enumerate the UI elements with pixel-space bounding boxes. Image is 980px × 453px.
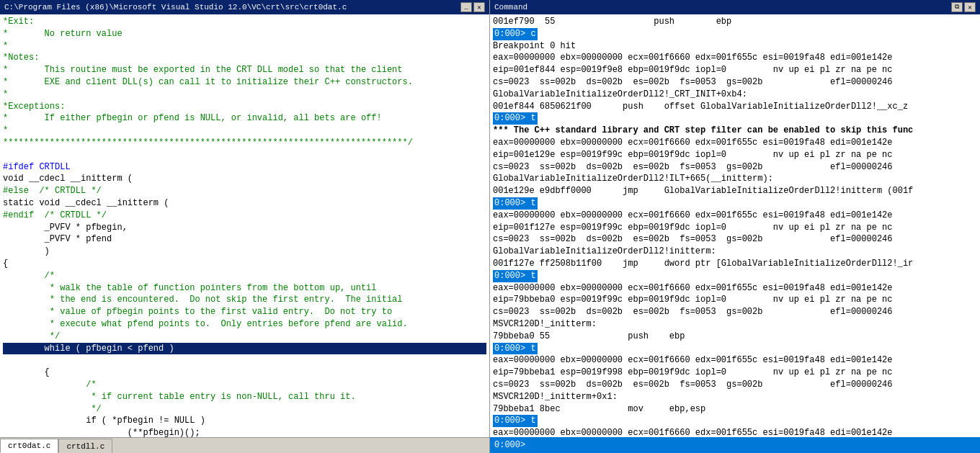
command-prompt-label: 0:000> xyxy=(494,440,525,450)
command-output-text: 001ef790 55 push ebp 0:000> c Breakpoint… xyxy=(493,16,977,437)
close-button[interactable]: ✕ xyxy=(473,2,485,12)
left-panel: C:\Program Files (x86)\Microsoft Visual … xyxy=(0,0,490,453)
right-title-text: Command xyxy=(494,3,527,12)
tab-crt0dat[interactable]: crt0dat.c xyxy=(0,439,58,453)
tab-crtdll-label: crtdll.c xyxy=(66,442,104,451)
right-panel: Command ⧉ ✕ 001ef790 55 push ebp 0:000> … xyxy=(490,0,980,453)
tab-crtdll[interactable]: crtdll.c xyxy=(58,439,112,453)
left-title-text: C:\Program Files (x86)\Microsoft Visual … xyxy=(4,3,347,12)
tab-bar: crt0dat.c crtdll.c xyxy=(0,437,489,453)
code-editor: *Exit: * No return value * *Notes: * Thi… xyxy=(0,14,489,437)
left-titlebar: C:\Program Files (x86)\Microsoft Visual … xyxy=(0,0,489,14)
command-output[interactable]: 001ef790 55 push ebp 0:000> c Breakpoint… xyxy=(490,14,980,437)
right-titlebar-buttons: ⧉ ✕ xyxy=(951,2,976,12)
command-input-field[interactable] xyxy=(525,440,976,450)
command-input-bar[interactable]: 0:000> xyxy=(490,437,980,453)
left-titlebar-buttons: _ ✕ xyxy=(460,2,485,12)
code-content: *Exit: * No return value * *Notes: * Thi… xyxy=(3,16,486,437)
main-container: C:\Program Files (x86)\Microsoft Visual … xyxy=(0,0,980,453)
right-close-button[interactable]: ✕ xyxy=(964,2,976,12)
right-titlebar: Command ⧉ ✕ xyxy=(490,0,980,14)
right-restore-button[interactable]: ⧉ xyxy=(951,2,963,12)
tab-crt0dat-label: crt0dat.c xyxy=(8,441,50,450)
minimize-button[interactable]: _ xyxy=(460,2,472,12)
